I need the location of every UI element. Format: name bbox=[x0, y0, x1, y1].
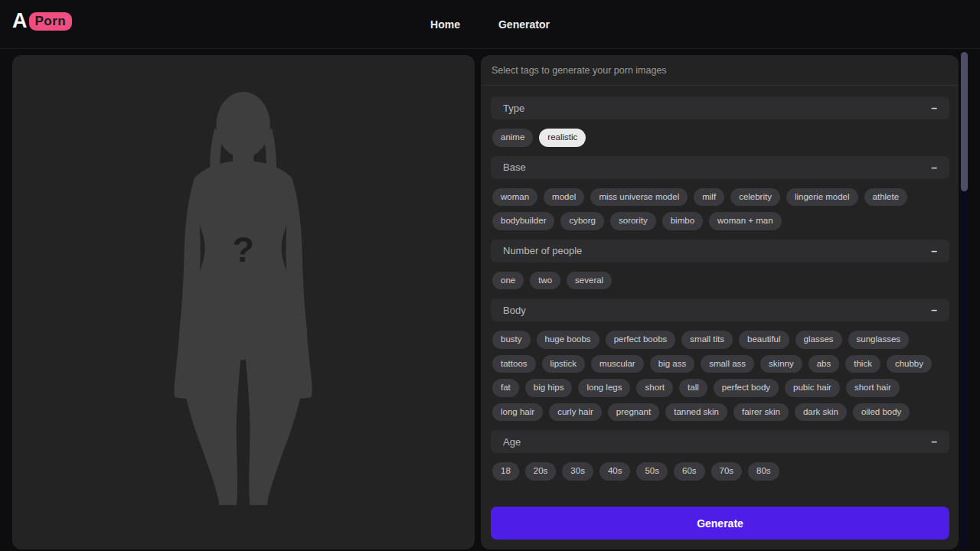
section-title: Number of people bbox=[503, 245, 582, 256]
tag-thick[interactable]: thick bbox=[845, 355, 880, 373]
preview-panel: ? bbox=[12, 55, 475, 549]
collapse-minus-icon[interactable]: – bbox=[931, 103, 937, 113]
tag-two[interactable]: two bbox=[530, 272, 560, 290]
tag-cyborg[interactable]: cyborg bbox=[560, 212, 604, 230]
tag-selection-panel: Select tags to generate your porn images… bbox=[481, 55, 959, 549]
main-area: ? Select tags to generate your porn imag… bbox=[0, 49, 980, 551]
tag-row: onetwoseveral bbox=[492, 272, 948, 290]
collapse-minus-icon[interactable]: – bbox=[931, 305, 937, 315]
section-number-of-people: Number of people–onetwoseveral bbox=[491, 240, 949, 290]
tag-chubby[interactable]: chubby bbox=[887, 355, 932, 373]
tag-woman[interactable]: woman bbox=[492, 188, 537, 207]
tag-20s[interactable]: 20s bbox=[525, 462, 557, 481]
collapse-minus-icon[interactable]: – bbox=[931, 436, 937, 447]
tag-miss-universe-model[interactable]: miss universe model bbox=[590, 188, 688, 207]
sections: Type–animerealisticBase–womanmodelmiss u… bbox=[481, 86, 959, 481]
tag-muscular[interactable]: muscular bbox=[591, 355, 644, 373]
tag-tall[interactable]: tall bbox=[679, 379, 707, 397]
tag-lipstick[interactable]: lipstick bbox=[542, 355, 586, 373]
tag-perfect-boobs[interactable]: perfect boobs bbox=[606, 331, 676, 349]
section-title: Age bbox=[503, 436, 521, 448]
tag-row: animerealistic bbox=[492, 129, 948, 147]
tag-oiled-body[interactable]: oiled body bbox=[853, 403, 910, 422]
nav-links: Home Generator bbox=[430, 18, 550, 31]
tag-row: bustyhuge boobsperfect boobssmall titsbe… bbox=[492, 331, 948, 421]
generate-button[interactable]: Generate bbox=[491, 507, 949, 540]
question-mark: ? bbox=[233, 229, 255, 269]
tag-beautiful[interactable]: beautiful bbox=[739, 331, 789, 349]
tag-small-ass[interactable]: small ass bbox=[701, 355, 754, 373]
tag-perfect-body[interactable]: perfect body bbox=[714, 379, 779, 397]
tag-realistic[interactable]: realistic bbox=[539, 129, 586, 147]
section-header-type[interactable]: Type– bbox=[491, 96, 949, 119]
tag-fat[interactable]: fat bbox=[492, 379, 519, 397]
logo-letter-icon: A bbox=[12, 11, 27, 31]
panel-header-text: Select tags to generate your porn images bbox=[481, 55, 959, 86]
tag-huge-boobs[interactable]: huge boobs bbox=[537, 331, 599, 349]
tag-one[interactable]: one bbox=[492, 272, 524, 290]
tag-skinny[interactable]: skinny bbox=[760, 355, 802, 373]
logo-badge: Porn bbox=[29, 12, 73, 31]
tag-50s[interactable]: 50s bbox=[636, 462, 668, 481]
tag-big-ass[interactable]: big ass bbox=[650, 355, 694, 373]
tag-bodybuilder[interactable]: bodybuilder bbox=[492, 212, 554, 230]
tag-18[interactable]: 18 bbox=[492, 462, 519, 481]
tag-row: 1820s30s40s50s60s70s80s bbox=[492, 462, 948, 481]
tag-70s[interactable]: 70s bbox=[711, 462, 743, 481]
tag-dark-skin[interactable]: dark skin bbox=[795, 403, 847, 422]
tag-long-hair[interactable]: long hair bbox=[492, 403, 543, 422]
tag-short[interactable]: short bbox=[636, 379, 673, 397]
tag-small-tits[interactable]: small tits bbox=[681, 331, 733, 349]
tag-anime[interactable]: anime bbox=[492, 129, 533, 147]
top-nav: A Porn Home Generator bbox=[0, 0, 980, 49]
collapse-minus-icon[interactable]: – bbox=[931, 162, 937, 173]
tag-several[interactable]: several bbox=[567, 272, 612, 290]
tag-long-legs[interactable]: long legs bbox=[578, 379, 630, 397]
nav-link-generator[interactable]: Generator bbox=[498, 18, 550, 31]
tag-model[interactable]: model bbox=[544, 188, 584, 207]
collapse-minus-icon[interactable]: – bbox=[931, 246, 937, 256]
tag-row: womanmodelmiss universe modelmilfcelebri… bbox=[492, 188, 948, 230]
section-body: Body–bustyhuge boobsperfect boobssmall t… bbox=[491, 298, 949, 421]
tag-athlete[interactable]: athlete bbox=[864, 188, 908, 207]
section-header-number-of-people[interactable]: Number of people– bbox=[491, 240, 949, 262]
body-silhouette-image: ? bbox=[161, 90, 325, 510]
section-header-base[interactable]: Base– bbox=[491, 156, 949, 179]
tag-lingerie-model[interactable]: lingerie model bbox=[786, 188, 858, 207]
scrollbar-track[interactable] bbox=[961, 52, 968, 549]
section-header-body[interactable]: Body– bbox=[491, 298, 949, 321]
tag-woman-man[interactable]: woman + man bbox=[709, 212, 782, 230]
nav-link-home[interactable]: Home bbox=[430, 18, 460, 31]
tag-30s[interactable]: 30s bbox=[562, 462, 593, 481]
tag-40s[interactable]: 40s bbox=[599, 462, 631, 481]
tag-sorority[interactable]: sorority bbox=[610, 212, 656, 230]
scrollbar-thumb[interactable] bbox=[961, 52, 968, 191]
tag-short-hair[interactable]: short hair bbox=[846, 379, 900, 397]
section-base: Base–womanmodelmiss universe modelmilfce… bbox=[491, 156, 949, 230]
tag-60s[interactable]: 60s bbox=[674, 462, 705, 481]
tag-milf[interactable]: milf bbox=[694, 188, 724, 207]
tag-busty[interactable]: busty bbox=[492, 331, 531, 349]
silhouette-leg-right bbox=[244, 315, 308, 506]
section-title: Base bbox=[503, 161, 526, 173]
section-type: Type–animerealistic bbox=[491, 96, 949, 147]
tag-bimbo[interactable]: bimbo bbox=[662, 212, 703, 230]
tag-abs[interactable]: abs bbox=[808, 355, 840, 373]
tag-celebrity[interactable]: celebrity bbox=[730, 188, 780, 207]
section-title: Type bbox=[503, 103, 524, 114]
tag-sunglasses[interactable]: sunglasses bbox=[848, 331, 910, 349]
tag-curly-hair[interactable]: curly hair bbox=[549, 403, 602, 422]
section-header-age[interactable]: Age– bbox=[491, 430, 949, 453]
tag-tanned-skin[interactable]: tanned skin bbox=[665, 403, 727, 422]
tag-big-hips[interactable]: big hips bbox=[525, 379, 573, 397]
tag-tattoos[interactable]: tattoos bbox=[492, 355, 536, 373]
tag-glasses[interactable]: glasses bbox=[795, 331, 842, 349]
section-age: Age–1820s30s40s50s60s70s80s bbox=[491, 430, 949, 481]
tag-fairer-skin[interactable]: fairer skin bbox=[733, 403, 789, 422]
silhouette-leg-left bbox=[179, 315, 243, 506]
section-title: Body bbox=[503, 305, 526, 316]
tag-pubic-hair[interactable]: pubic hair bbox=[785, 379, 840, 397]
tag-pregnant[interactable]: pregnant bbox=[608, 403, 659, 422]
site-logo[interactable]: A Porn bbox=[12, 11, 72, 31]
tag-80s[interactable]: 80s bbox=[748, 462, 779, 481]
